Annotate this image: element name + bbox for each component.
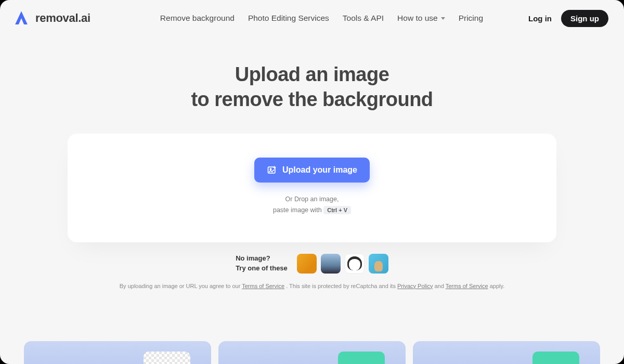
login-link[interactable]: Log in [528, 14, 552, 23]
hero: Upload an image to remove the background [0, 62, 624, 112]
nav-pricing[interactable]: Pricing [459, 14, 483, 23]
drop-hint: Or Drop an image, paste image with Ctrl … [68, 194, 556, 216]
caret-down-icon [441, 17, 445, 20]
auth-actions: Log in Sign up [528, 10, 608, 27]
tos-link[interactable]: Terms of Service [242, 283, 284, 289]
legal-prefix: By uploading an image or URL you agree t… [120, 283, 242, 289]
sample-prompt-line2: Try one of these [236, 264, 288, 272]
legal-text: By uploading an image or URL you agree t… [0, 283, 624, 289]
feature-card-2[interactable] [218, 341, 406, 365]
feature-card-3[interactable] [413, 341, 600, 365]
hero-title-line2: to remove the background [191, 88, 433, 110]
legal-suffix: apply. [490, 283, 505, 289]
drop-hint-line2: paste image with [273, 206, 323, 214]
sample-thumb-person[interactable] [297, 254, 317, 274]
sample-row: No image? Try one of these [0, 254, 624, 274]
keyboard-shortcut: Ctrl + V [323, 206, 351, 214]
tos-link-2[interactable]: Terms of Service [446, 283, 488, 289]
sample-thumb-headphones[interactable] [345, 254, 365, 274]
image-upload-icon [267, 165, 277, 175]
svg-point-1 [270, 168, 271, 170]
drop-hint-line1: Or Drop an image, [285, 196, 339, 203]
sample-prompt-line1: No image? [236, 254, 270, 262]
legal-and: and [435, 283, 446, 289]
sample-prompt: No image? Try one of these [236, 254, 288, 272]
main-nav: Remove background Photo Editing Services… [160, 14, 483, 23]
nav-how-to-use[interactable]: How to use [397, 14, 445, 23]
upload-button-label: Upload your image [282, 165, 357, 175]
sample-thumb-car[interactable] [321, 254, 341, 274]
nav-how-to-use-label: How to use [397, 14, 438, 23]
logo-text: removal.ai [35, 11, 90, 25]
nav-tools-api[interactable]: Tools & API [343, 14, 384, 23]
header: removal.ai Remove background Photo Editi… [0, 0, 624, 36]
nav-photo-editing[interactable]: Photo Editing Services [248, 14, 329, 23]
feature-card-1[interactable] [24, 341, 211, 365]
logo[interactable]: removal.ai [12, 9, 90, 27]
legal-mid: . This site is protected by reCaptcha an… [286, 283, 397, 289]
signup-button[interactable]: Sign up [561, 10, 608, 27]
logo-icon [12, 9, 30, 27]
sample-thumb-dog[interactable] [369, 254, 388, 274]
upload-card[interactable]: Upload your image Or Drop an image, past… [68, 134, 556, 242]
upload-button[interactable]: Upload your image [254, 158, 370, 183]
hero-title-line1: Upload an image [235, 63, 389, 85]
hero-title: Upload an image to remove the background [0, 62, 624, 112]
feature-cards [0, 341, 624, 365]
sample-thumbs [297, 254, 388, 274]
nav-remove-background[interactable]: Remove background [160, 14, 235, 23]
privacy-link[interactable]: Privacy Policy [397, 283, 433, 289]
